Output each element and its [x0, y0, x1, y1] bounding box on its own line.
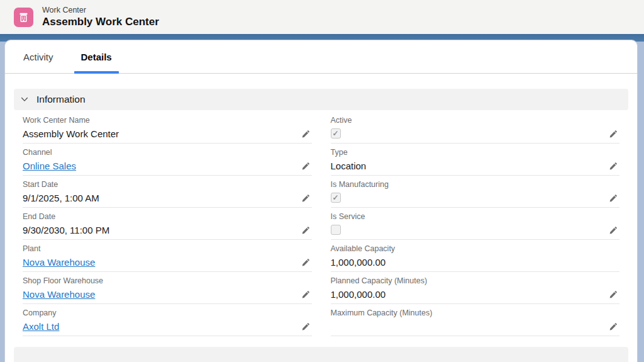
- field-row: Active: [331, 111, 620, 144]
- field-value-link[interactable]: Nova Warehouse: [23, 257, 95, 268]
- field-label: Is Manufacturing: [331, 179, 620, 189]
- checkbox-unchecked: [331, 225, 341, 235]
- field-value-link[interactable]: Axolt Ltd: [23, 321, 59, 332]
- field-value-link[interactable]: Online Sales: [23, 161, 76, 171]
- field-label: Company: [23, 308, 312, 318]
- record-type-label: Work Center: [42, 6, 159, 15]
- edit-pencil-button[interactable]: [607, 224, 619, 237]
- field-row: Shop Floor Warehouse Nova Warehouse: [23, 272, 312, 304]
- field-column-right: Active Type Location Is Manufacturing Is…: [331, 111, 620, 336]
- field-value: 9/30/2030, 11:00 PM: [23, 223, 294, 237]
- checkbox-checked: [331, 128, 341, 139]
- field-grid: Work Center Name Assembly Work Center Ch…: [14, 110, 628, 336]
- edit-pencil-button[interactable]: [299, 128, 312, 140]
- field-value: [331, 191, 602, 203]
- field-value: Location: [331, 159, 602, 173]
- field-row: Maximum Capacity (Minutes): [331, 304, 620, 336]
- field-row: Start Date 9/1/2025, 1:00 AM: [23, 176, 312, 208]
- next-section-header[interactable]: [14, 347, 628, 362]
- field-row: Planned Capacity (Minutes) 1,000,000.00: [331, 272, 620, 304]
- edit-pencil-button[interactable]: [299, 320, 312, 333]
- field-row: Is Manufacturing: [331, 176, 620, 208]
- field-value: 9/1/2025, 1:00 AM: [23, 191, 294, 205]
- edit-pencil-button[interactable]: [299, 256, 312, 269]
- field-value: Axolt Ltd: [23, 320, 294, 333]
- tab-activity[interactable]: Activity: [16, 40, 60, 73]
- edit-pencil-button[interactable]: [299, 192, 312, 205]
- field-label: Channel: [23, 147, 312, 157]
- edit-pencil-button[interactable]: [607, 160, 619, 173]
- building-icon: [14, 8, 33, 27]
- edit-pencil-button[interactable]: [299, 224, 312, 237]
- field-label: Active: [331, 115, 620, 125]
- edit-pencil-button[interactable]: [607, 320, 619, 333]
- chevron-down-icon: [20, 95, 29, 104]
- field-label: Start Date: [23, 179, 312, 189]
- field-value: 1,000,000.00: [331, 288, 602, 301]
- field-label: Maximum Capacity (Minutes): [331, 308, 620, 318]
- tab-bar: Activity Details: [5, 40, 637, 74]
- section-title: Information: [36, 94, 86, 105]
- field-column-left: Work Center Name Assembly Work Center Ch…: [23, 111, 312, 336]
- checkbox-checked: [331, 193, 341, 203]
- field-value: 1,000,000.00: [331, 256, 602, 269]
- tab-details[interactable]: Details: [74, 40, 119, 73]
- field-value: Nova Warehouse: [23, 288, 294, 301]
- field-row: Company Axolt Ltd: [23, 304, 312, 336]
- field-row: Available Capacity 1,000,000.00: [331, 240, 620, 272]
- information-section-header[interactable]: Information: [14, 89, 628, 110]
- field-value: [331, 223, 602, 235]
- edit-pencil-button[interactable]: [299, 160, 312, 173]
- field-label: Available Capacity: [331, 244, 620, 254]
- field-label: Type: [331, 147, 620, 157]
- field-value: Assembly Work Center: [23, 127, 294, 140]
- edit-pencil-button[interactable]: [607, 288, 619, 301]
- edit-pencil-button[interactable]: [607, 192, 619, 205]
- field-label: Planned Capacity (Minutes): [331, 276, 620, 286]
- edit-pencil-button[interactable]: [299, 288, 312, 301]
- field-label: Work Center Name: [23, 115, 312, 125]
- field-label: End Date: [23, 212, 312, 222]
- page-title: Assembly Work Center: [42, 15, 159, 28]
- field-value-link[interactable]: Nova Warehouse: [23, 289, 95, 300]
- record-detail-card: Activity Details Information Work Center…: [4, 40, 638, 362]
- field-row: Channel Online Sales: [23, 144, 312, 176]
- field-value: Nova Warehouse: [23, 256, 294, 269]
- field-value: [331, 127, 602, 139]
- edit-pencil-button[interactable]: [607, 128, 619, 140]
- field-label: Is Service: [331, 212, 620, 222]
- field-label: Plant: [23, 244, 312, 254]
- record-header: Work Center Assembly Work Center: [0, 0, 644, 34]
- field-value: Online Sales: [23, 159, 294, 173]
- field-row: Work Center Name Assembly Work Center: [23, 111, 312, 144]
- field-label: Shop Floor Warehouse: [23, 276, 312, 286]
- field-row: Type Location: [331, 144, 620, 176]
- field-row: Plant Nova Warehouse: [23, 240, 312, 272]
- field-row: Is Service: [331, 208, 620, 240]
- field-row: End Date 9/30/2030, 11:00 PM: [23, 208, 312, 240]
